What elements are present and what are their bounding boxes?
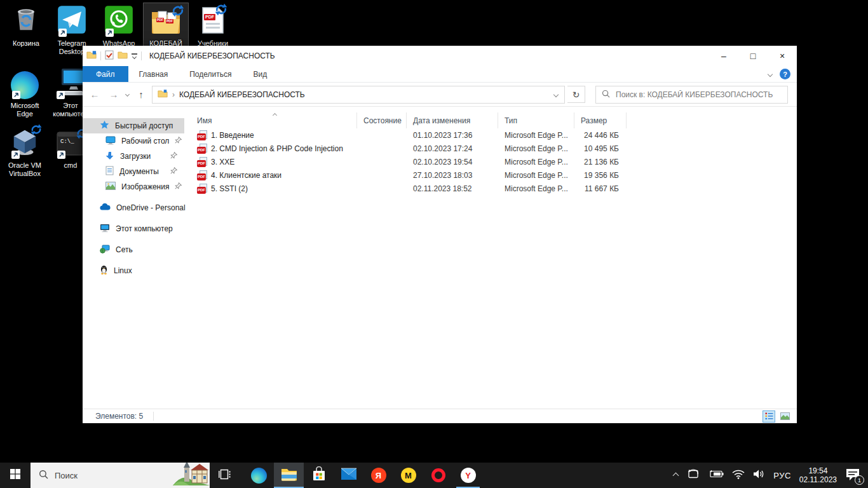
file-name: 3. XXE	[211, 158, 234, 166]
sidebar-item-pictures[interactable]: Изображения	[83, 179, 184, 194]
file-type: Microsoft Edge P...	[498, 144, 574, 153]
tray-expand-icon[interactable]	[673, 472, 679, 478]
taskbar-explorer-button[interactable]	[274, 463, 304, 488]
volume-icon[interactable]	[753, 469, 765, 482]
properties-icon[interactable]	[105, 50, 114, 62]
column-header-name[interactable]: Имя	[184, 112, 357, 128]
large-icons-view-button[interactable]	[778, 410, 791, 423]
details-view-button[interactable]	[763, 410, 775, 423]
help-button[interactable]: ?	[780, 69, 790, 79]
tab-share[interactable]: Поделиться	[179, 66, 242, 82]
minimize-button[interactable]: –	[709, 46, 738, 66]
sidebar-item-label: Рабочий стол	[121, 137, 169, 146]
desktop-icon-recycle-bin[interactable]: Корзина	[4, 3, 48, 50]
file-date: 02.10.2023 19:54	[407, 158, 498, 166]
edge-icon	[11, 71, 39, 99]
file-date: 01.10.2023 17:36	[407, 131, 498, 140]
taskbar-store-button[interactable]	[304, 463, 334, 488]
breadcrumb-chevron-icon: ›	[172, 90, 175, 99]
file-row[interactable]: PDF 3. XXE 02.10.2023 19:54 Microsoft Ed…	[184, 155, 797, 168]
taskbar-amigo-button[interactable]: M	[393, 463, 423, 488]
customize-toolbar-dropdown-icon[interactable]	[132, 53, 137, 58]
file-row[interactable]: PDF 2. CMD Injection & PHP Code Injectio…	[184, 142, 797, 155]
taskbar-mail-button[interactable]	[334, 463, 363, 488]
rotation-lock-icon[interactable]	[686, 468, 700, 482]
clock[interactable]: 19:54 02.11.2023	[799, 466, 837, 484]
pdf-badge: PDF	[156, 18, 164, 22]
new-folder-icon[interactable]	[118, 50, 128, 62]
taskbar-edge-button[interactable]	[244, 463, 274, 488]
sidebar-item-desktop[interactable]: Рабочий стол	[83, 133, 184, 149]
sidebar-item-label: OneDrive - Personal	[116, 203, 186, 212]
wifi-icon[interactable]	[732, 470, 745, 482]
breadcrumb[interactable]: КОДЕБАЙ КИБЕРБЕЗОПАСНОСТЬ	[179, 90, 305, 99]
sidebar-item-linux[interactable]: Linux	[83, 263, 184, 278]
column-header-size[interactable]: Размер	[574, 112, 627, 128]
tray-time: 19:54	[799, 466, 837, 475]
desktop-icon-whatsapp[interactable]: WhatsApp	[97, 3, 141, 50]
taskbar-opera-button[interactable]	[423, 463, 453, 488]
toolbar-separator	[100, 51, 101, 60]
explorer-window: КОДЕБАЙ КИБЕРБЕЗОПАСНОСТЬ – □ × Файл Гла…	[83, 46, 797, 423]
taskbar: Поиск	[0, 463, 868, 488]
sidebar-item-documents[interactable]: Документы	[83, 164, 184, 179]
desktop-icon-kodebay-folder[interactable]: PDF PDF КОДЕБАЙ	[144, 3, 188, 50]
onedrive-sync-icon	[171, 4, 185, 18]
sidebar-item-label: Сеть	[116, 245, 133, 254]
tab-view[interactable]: Вид	[242, 66, 278, 82]
forward-button[interactable]: →	[105, 89, 122, 100]
sidebar-item-downloads[interactable]: Загрузки	[83, 149, 184, 164]
address-bar-row: ← → ↑ › КОДЕБАЙ КИБЕРБЕЗОПАСНОСТЬ ↻	[83, 83, 797, 107]
file-row[interactable]: PDF 1. Введение 01.10.2023 17:36 Microso…	[184, 128, 797, 142]
pinned-apps: Я M Y	[244, 463, 483, 488]
address-bar[interactable]: › КОДЕБАЙ КИБЕРБЕЗОПАСНОСТЬ	[152, 86, 565, 104]
address-dropdown-icon[interactable]	[548, 86, 564, 103]
maximize-button[interactable]: □	[738, 46, 768, 66]
shortcut-arrow-icon	[11, 151, 20, 159]
pdf-badge: PDF	[166, 19, 173, 24]
file-row[interactable]: PDF 5. SSTI (2) 02.11.2023 18:52 Microso…	[184, 182, 797, 195]
taskbar-yandex-browser-button[interactable]: Y	[453, 463, 483, 488]
file-row[interactable]: PDF 4. Клиентские атаки 27.10.2023 18:03…	[184, 168, 797, 182]
search-input[interactable]	[616, 90, 782, 99]
pin-icon	[175, 137, 182, 146]
file-date: 02.11.2023 18:52	[407, 184, 498, 193]
expand-ribbon-icon[interactable]	[768, 71, 773, 76]
tab-file[interactable]: Файл	[83, 66, 128, 82]
download-arrow-icon	[105, 151, 114, 162]
shortcut-arrow-icon	[105, 29, 114, 37]
desktop-icon-uchebniki[interactable]: PDF Учебники	[191, 3, 235, 50]
search-box[interactable]	[595, 86, 788, 104]
file-type: Microsoft Edge P...	[498, 131, 574, 140]
tab-home[interactable]: Главная	[128, 66, 179, 82]
language-indicator[interactable]: РУС	[773, 471, 791, 480]
action-center-button[interactable]: 1	[845, 468, 862, 483]
pdf-folder-sync-icon: PDF PDF	[151, 8, 181, 37]
taskbar-yandex-button[interactable]: Я	[363, 463, 393, 488]
sidebar-item-this-pc[interactable]: Этот компьютер	[83, 221, 184, 236]
pin-icon	[170, 152, 177, 161]
desktop-icon-label: Microsoft Edge	[3, 102, 46, 118]
column-header-status[interactable]: Состояние	[357, 112, 407, 128]
up-button[interactable]: ↑	[133, 89, 149, 100]
column-header-type[interactable]: Тип	[498, 112, 574, 128]
desktop-icon-virtualbox[interactable]: Oracle VM VirtualBox	[1, 125, 48, 180]
tray-date: 02.11.2023	[799, 475, 837, 484]
sidebar-item-network[interactable]: Сеть	[83, 242, 184, 257]
sidebar-item-onedrive[interactable]: OneDrive - Personal	[83, 200, 184, 215]
linux-penguin-icon	[100, 265, 108, 276]
refresh-button[interactable]: ↻	[567, 86, 585, 103]
task-view-button[interactable]	[210, 463, 239, 488]
close-button[interactable]: ×	[768, 46, 797, 66]
desktop-icon-edge[interactable]: Microsoft Edge	[3, 65, 47, 120]
onedrive-sync-icon	[29, 123, 43, 137]
back-button[interactable]: ←	[86, 89, 103, 100]
microsoft-store-icon	[312, 466, 326, 484]
taskbar-search-box[interactable]: Поиск	[31, 463, 210, 488]
recent-locations-icon[interactable]	[125, 92, 130, 97]
telegram-icon	[57, 5, 86, 37]
battery-icon[interactable]	[709, 470, 724, 481]
start-button[interactable]	[0, 463, 31, 488]
sidebar-item-quick-access[interactable]: Быстрый доступ	[83, 118, 184, 133]
column-header-date-modified[interactable]: Дата изменения	[407, 112, 498, 128]
